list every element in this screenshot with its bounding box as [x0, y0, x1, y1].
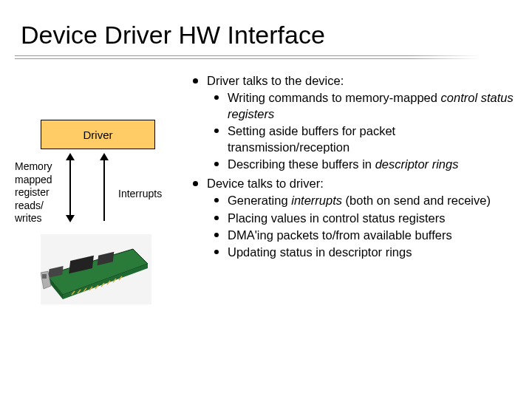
bullet-device-talks: Device talks to driver: Generating inter…	[191, 176, 516, 261]
bullet-content: Driver talks to the device: Writing comm…	[191, 73, 516, 264]
bullet-italic: interrupts	[291, 194, 342, 207]
interrupts-label: Interrupts	[118, 188, 162, 200]
sub-bullet: Updating status in descriptor rings	[207, 245, 516, 260]
bidirectional-arrow-icon	[69, 154, 71, 221]
slide-content: Driver Memory mapped register reads/ wri…	[0, 57, 532, 389]
sub-bullet: Generating interrupts (both on send and …	[207, 193, 516, 208]
slide-title: Device Driver HW Interface	[0, 0, 532, 55]
network-card-icon	[41, 234, 151, 304]
bullet-text: Updating status in descriptor rings	[228, 245, 412, 259]
sub-bullet: DMA'ing packets to/from available buffer…	[207, 228, 516, 243]
bullet-text: (both on send and receive)	[342, 194, 491, 207]
bullet-text: Setting aside buffers for packet transmi…	[228, 124, 395, 153]
sub-bullet: Placing values in control status registe…	[207, 211, 516, 226]
up-arrow-icon	[103, 154, 105, 221]
sub-bullet: Writing commands to memory-mapped contro…	[207, 90, 516, 122]
mm-register-label: Memory mapped register reads/ writes	[15, 160, 63, 225]
bullet-driver-talks: Driver talks to the device: Writing comm…	[191, 73, 516, 173]
svg-rect-8	[42, 274, 47, 279]
bullet-text: Writing commands to memory-mapped	[228, 91, 441, 104]
bullet-text: DMA'ing packets to/from available buffer…	[228, 228, 452, 242]
bullet-text: Device talks to driver:	[207, 177, 324, 190]
driver-box: Driver	[41, 120, 155, 149]
bullet-italic: descriptor rings	[375, 157, 459, 171]
bullet-text: Placing values in control status registe…	[228, 211, 445, 225]
bullet-text: Driver talks to the device:	[207, 74, 344, 87]
sub-bullet: Setting aside buffers for packet transmi…	[207, 123, 516, 155]
bullet-text: Generating	[228, 194, 291, 207]
sub-bullet: Describing these buffers in descriptor r…	[207, 157, 516, 172]
bullet-text: Describing these buffers in	[228, 157, 375, 171]
